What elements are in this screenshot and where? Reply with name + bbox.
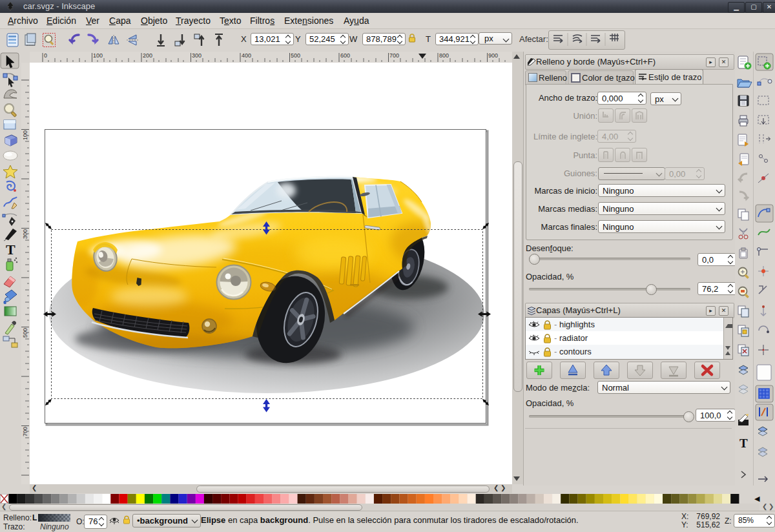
svg-text:900: 900	[488, 52, 498, 59]
svg-text:300: 300	[192, 52, 202, 59]
svg-text:700: 700	[22, 427, 28, 436]
svg-text:T: T	[6, 241, 16, 258]
svg-text:100: 100	[22, 130, 28, 140]
svg-text:200: 200	[143, 52, 152, 59]
svg-text:500: 500	[291, 52, 300, 59]
svg-text:400: 400	[242, 52, 251, 59]
svg-text:100: 100	[93, 52, 103, 59]
svg-text:300: 300	[22, 229, 28, 239]
svg-text:T: T	[739, 436, 748, 450]
svg-text:800: 800	[439, 52, 449, 59]
svg-text:500: 500	[22, 328, 28, 338]
svg-text:600: 600	[340, 52, 350, 59]
svg-text:700: 700	[389, 52, 399, 59]
svg-text:0: 0	[44, 52, 47, 59]
